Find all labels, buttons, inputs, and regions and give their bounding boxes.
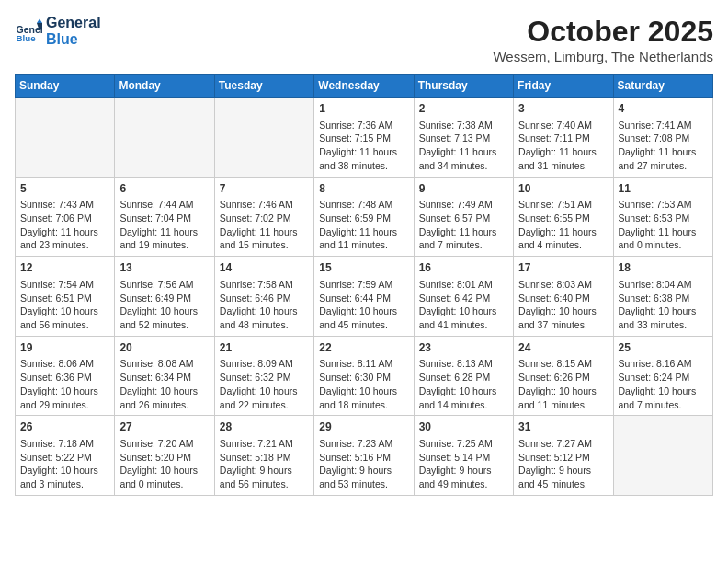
logo-general: General <box>46 15 101 31</box>
day-info: Sunrise: 7:40 AM Sunset: 7:11 PM Dayligh… <box>518 119 608 173</box>
calendar-cell: 1Sunrise: 7:36 AM Sunset: 7:15 PM Daylig… <box>314 98 414 178</box>
day-info: Sunrise: 8:11 AM Sunset: 6:30 PM Dayligh… <box>319 357 408 411</box>
day-number: 9 <box>419 181 508 197</box>
day-info: Sunrise: 7:44 AM Sunset: 7:04 PM Dayligh… <box>119 198 209 252</box>
weekday-header: Saturday <box>613 75 712 98</box>
day-info: Sunrise: 7:59 AM Sunset: 6:44 PM Dayligh… <box>319 278 408 332</box>
calendar-week-row: 1Sunrise: 7:36 AM Sunset: 7:15 PM Daylig… <box>16 98 713 178</box>
calendar-cell: 24Sunrise: 8:15 AM Sunset: 6:26 PM Dayli… <box>514 336 613 416</box>
calendar-week-row: 5Sunrise: 7:43 AM Sunset: 7:06 PM Daylig… <box>16 177 713 257</box>
day-info: Sunrise: 8:15 AM Sunset: 6:26 PM Dayligh… <box>518 357 608 411</box>
day-number: 8 <box>319 181 408 197</box>
day-number: 7 <box>220 181 309 197</box>
day-info: Sunrise: 8:13 AM Sunset: 6:28 PM Dayligh… <box>419 357 508 411</box>
calendar-cell <box>214 98 313 178</box>
title-area: October 2025 Wessem, Limburg, The Nether… <box>493 15 713 64</box>
calendar-cell: 8Sunrise: 7:48 AM Sunset: 6:59 PM Daylig… <box>314 177 414 257</box>
calendar-cell: 30Sunrise: 7:25 AM Sunset: 5:14 PM Dayli… <box>414 416 513 496</box>
logo-icon: General Blue <box>15 17 42 45</box>
weekday-header: Friday <box>514 75 613 98</box>
weekday-header: Wednesday <box>314 75 414 98</box>
calendar-cell: 14Sunrise: 7:58 AM Sunset: 6:46 PM Dayli… <box>214 257 313 337</box>
day-info: Sunrise: 7:36 AM Sunset: 7:15 PM Dayligh… <box>319 119 408 173</box>
calendar-cell: 26Sunrise: 7:18 AM Sunset: 5:22 PM Dayli… <box>16 416 115 496</box>
day-info: Sunrise: 7:51 AM Sunset: 6:55 PM Dayligh… <box>518 198 608 252</box>
day-info: Sunrise: 7:58 AM Sunset: 6:46 PM Dayligh… <box>220 278 309 332</box>
calendar-cell: 7Sunrise: 7:46 AM Sunset: 7:02 PM Daylig… <box>214 177 313 257</box>
day-number: 18 <box>619 260 708 276</box>
day-info: Sunrise: 7:54 AM Sunset: 6:51 PM Dayligh… <box>20 278 109 332</box>
calendar-cell: 17Sunrise: 8:03 AM Sunset: 6:40 PM Dayli… <box>514 257 613 337</box>
weekday-header-row: SundayMondayTuesdayWednesdayThursdayFrid… <box>16 75 713 98</box>
day-number: 25 <box>619 340 708 356</box>
logo-blue: Blue <box>46 31 101 48</box>
weekday-header: Monday <box>115 75 214 98</box>
svg-text:Blue: Blue <box>17 32 37 42</box>
calendar-cell: 13Sunrise: 7:56 AM Sunset: 6:49 PM Dayli… <box>115 257 214 337</box>
logo: General Blue General Blue <box>15 15 101 47</box>
day-number: 11 <box>619 181 708 197</box>
day-info: Sunrise: 8:06 AM Sunset: 6:36 PM Dayligh… <box>20 357 109 411</box>
calendar-cell: 22Sunrise: 8:11 AM Sunset: 6:30 PM Dayli… <box>314 336 414 416</box>
day-number: 21 <box>220 340 309 356</box>
day-info: Sunrise: 7:25 AM Sunset: 5:14 PM Dayligh… <box>419 437 508 491</box>
calendar-week-row: 12Sunrise: 7:54 AM Sunset: 6:51 PM Dayli… <box>16 257 713 337</box>
month-title: October 2025 <box>493 15 713 49</box>
day-info: Sunrise: 7:20 AM Sunset: 5:20 PM Dayligh… <box>119 437 209 491</box>
calendar-cell: 10Sunrise: 7:51 AM Sunset: 6:55 PM Dayli… <box>514 177 613 257</box>
day-number: 20 <box>119 340 209 356</box>
calendar-cell: 3Sunrise: 7:40 AM Sunset: 7:11 PM Daylig… <box>514 98 613 178</box>
day-info: Sunrise: 7:41 AM Sunset: 7:08 PM Dayligh… <box>619 119 708 173</box>
calendar-week-row: 26Sunrise: 7:18 AM Sunset: 5:22 PM Dayli… <box>16 416 713 496</box>
calendar-cell: 19Sunrise: 8:06 AM Sunset: 6:36 PM Dayli… <box>16 336 115 416</box>
calendar-cell: 6Sunrise: 7:44 AM Sunset: 7:04 PM Daylig… <box>115 177 214 257</box>
day-info: Sunrise: 7:38 AM Sunset: 7:13 PM Dayligh… <box>419 119 508 173</box>
calendar-cell: 4Sunrise: 7:41 AM Sunset: 7:08 PM Daylig… <box>613 98 712 178</box>
day-number: 16 <box>419 260 508 276</box>
calendar-cell: 28Sunrise: 7:21 AM Sunset: 5:18 PM Dayli… <box>214 416 313 496</box>
day-number: 31 <box>518 419 608 435</box>
calendar-cell: 20Sunrise: 8:08 AM Sunset: 6:34 PM Dayli… <box>115 336 214 416</box>
day-number: 24 <box>518 340 608 356</box>
day-number: 1 <box>319 101 408 117</box>
calendar-cell: 11Sunrise: 7:53 AM Sunset: 6:53 PM Dayli… <box>613 177 712 257</box>
day-number: 2 <box>419 101 508 117</box>
day-info: Sunrise: 8:16 AM Sunset: 6:24 PM Dayligh… <box>619 357 708 411</box>
weekday-header: Tuesday <box>214 75 313 98</box>
day-number: 29 <box>319 419 408 435</box>
calendar-table: SundayMondayTuesdayWednesdayThursdayFrid… <box>15 74 713 496</box>
svg-marker-2 <box>37 18 42 23</box>
calendar-week-row: 19Sunrise: 8:06 AM Sunset: 6:36 PM Dayli… <box>16 336 713 416</box>
page-header: General Blue General Blue October 2025 W… <box>15 15 713 64</box>
day-info: Sunrise: 7:49 AM Sunset: 6:57 PM Dayligh… <box>419 198 508 252</box>
calendar-cell: 27Sunrise: 7:20 AM Sunset: 5:20 PM Dayli… <box>115 416 214 496</box>
day-number: 15 <box>319 260 408 276</box>
day-number: 23 <box>419 340 508 356</box>
calendar-cell: 9Sunrise: 7:49 AM Sunset: 6:57 PM Daylig… <box>414 177 513 257</box>
calendar-cell: 12Sunrise: 7:54 AM Sunset: 6:51 PM Dayli… <box>16 257 115 337</box>
day-number: 13 <box>119 260 209 276</box>
calendar-cell: 29Sunrise: 7:23 AM Sunset: 5:16 PM Dayli… <box>314 416 414 496</box>
day-info: Sunrise: 7:27 AM Sunset: 5:12 PM Dayligh… <box>518 437 608 491</box>
day-number: 10 <box>518 181 608 197</box>
weekday-header: Thursday <box>414 75 513 98</box>
calendar-cell: 31Sunrise: 7:27 AM Sunset: 5:12 PM Dayli… <box>514 416 613 496</box>
day-number: 19 <box>20 340 109 356</box>
day-info: Sunrise: 7:46 AM Sunset: 7:02 PM Dayligh… <box>220 198 309 252</box>
calendar-cell: 2Sunrise: 7:38 AM Sunset: 7:13 PM Daylig… <box>414 98 513 178</box>
day-info: Sunrise: 7:56 AM Sunset: 6:49 PM Dayligh… <box>119 278 209 332</box>
day-info: Sunrise: 8:04 AM Sunset: 6:38 PM Dayligh… <box>619 278 708 332</box>
calendar-cell: 25Sunrise: 8:16 AM Sunset: 6:24 PM Dayli… <box>613 336 712 416</box>
day-info: Sunrise: 8:01 AM Sunset: 6:42 PM Dayligh… <box>419 278 508 332</box>
day-info: Sunrise: 7:18 AM Sunset: 5:22 PM Dayligh… <box>20 437 109 491</box>
day-info: Sunrise: 7:23 AM Sunset: 5:16 PM Dayligh… <box>319 437 408 491</box>
day-number: 17 <box>518 260 608 276</box>
day-info: Sunrise: 7:21 AM Sunset: 5:18 PM Dayligh… <box>220 437 309 491</box>
day-number: 5 <box>20 181 109 197</box>
calendar-cell <box>613 416 712 496</box>
calendar-cell: 16Sunrise: 8:01 AM Sunset: 6:42 PM Dayli… <box>414 257 513 337</box>
calendar-cell: 5Sunrise: 7:43 AM Sunset: 7:06 PM Daylig… <box>16 177 115 257</box>
calendar-cell: 23Sunrise: 8:13 AM Sunset: 6:28 PM Dayli… <box>414 336 513 416</box>
day-number: 3 <box>518 101 608 117</box>
day-number: 12 <box>20 260 109 276</box>
